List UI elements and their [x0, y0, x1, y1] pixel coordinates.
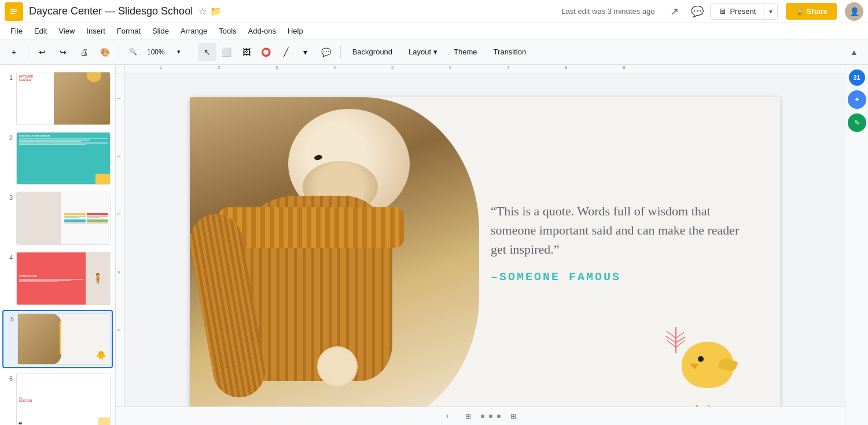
slide-panel: 1 DAYCARECENTER 2 CONTENTS OF THIS TEMPL… [0, 65, 116, 425]
divider-2 [119, 45, 119, 59]
image-btn[interactable]: 🖼 [237, 43, 256, 61]
doc-action-icons: ☆ 📁 [198, 6, 222, 17]
slide-item-3[interactable]: 3 [2, 189, 113, 247]
slide-item-5[interactable]: 5 🐥 [2, 310, 113, 368]
chick-eye [698, 356, 704, 362]
user-avatar[interactable]: 👤 [845, 2, 863, 21]
comment-btn[interactable]: 💬 [317, 43, 336, 61]
share-button[interactable]: 🔒 Share [786, 3, 837, 20]
folder-icon[interactable]: 📁 [210, 6, 222, 17]
menu-insert[interactable]: Insert [80, 24, 111, 38]
menu-slide[interactable]: Slide [146, 24, 175, 38]
line-btn[interactable]: ╱ [277, 43, 295, 61]
present-label: Present [730, 7, 756, 16]
slide-background: “This is a quote. Words full of wisdom t… [190, 97, 780, 425]
explore-icon[interactable]: ✦ [848, 90, 866, 109]
select-tool-btn[interactable]: ↖ [198, 43, 216, 61]
divider-1 [28, 45, 28, 59]
bottom-bar: + ⊞ ⊞ [116, 406, 845, 425]
comments-icon[interactable]: 💬 [688, 2, 707, 21]
slide-item-4[interactable]: 4 INTRODUCTION 🧍 [2, 250, 113, 307]
background-btn[interactable]: Background [345, 45, 399, 59]
dot-2 [489, 415, 492, 418]
chick-body [682, 342, 734, 388]
transition-btn[interactable]: Transition [487, 45, 534, 59]
star-icon[interactable]: ☆ [198, 6, 207, 17]
menu-help[interactable]: Help [282, 24, 309, 38]
menu-tools[interactable]: Tools [213, 24, 242, 38]
quote-text-area[interactable]: “This is a quote. Words full of wisdom t… [491, 201, 757, 284]
present-dropdown-btn[interactable]: ▾ [764, 4, 777, 19]
text-box-btn[interactable]: ⬜ [218, 43, 236, 61]
slide-num-1: 1 [5, 74, 13, 81]
menu-edit[interactable]: Edit [28, 24, 53, 38]
grid-view-btn[interactable]: ⊞ [460, 408, 476, 424]
edit-icon[interactable]: ✎ [848, 113, 866, 132]
line-dropdown-btn[interactable]: ▾ [296, 43, 315, 61]
slide-canvas[interactable]: “This is a quote. Words full of wisdom t… [190, 97, 780, 425]
add-slide-bottom-btn[interactable]: + [439, 408, 455, 424]
present-main-btn[interactable]: 🖥 Present [711, 3, 764, 19]
slide-thumb-1: DAYCARECENTER [16, 72, 111, 125]
zoom-out-btn[interactable]: 🔍 [124, 43, 142, 61]
add-slide-btn[interactable]: + [5, 43, 23, 61]
menu-addons[interactable]: Add-ons [242, 24, 282, 38]
menu-arrange[interactable]: Arrange [175, 24, 213, 38]
vertical-ruler: 1 2 3 4 5 [116, 74, 125, 425]
content-row: 1 2 3 4 5 [116, 74, 845, 425]
canvas-wrapper: 1 2 3 4 5 6 7 8 9 1 2 3 4 5 [116, 65, 845, 425]
dot-3 [497, 415, 501, 418]
theme-btn[interactable]: Theme [447, 45, 484, 59]
ruler-row: 1 2 3 4 5 6 7 8 9 [116, 65, 845, 74]
slide-item-1[interactable]: 1 DAYCARECENTER [2, 69, 113, 127]
last-edit-link[interactable]: Last edit was 3 minutes ago [561, 7, 654, 16]
slide-thumb-2: CONTENTS OF THIS TEMPLATE [16, 132, 111, 185]
svg-line-9 [676, 337, 685, 343]
horizontal-ruler: 1 2 3 4 5 6 7 8 9 [125, 65, 845, 74]
dot-1 [481, 415, 484, 418]
slide-num-2: 2 [5, 134, 13, 141]
shapes-btn[interactable]: ⭕ [257, 43, 275, 61]
paint-format-btn[interactable]: 🎨 [95, 43, 114, 61]
slide-num-3: 3 [5, 194, 13, 201]
quote-body: “This is a quote. Words full of wisdom t… [491, 201, 757, 259]
undo-btn[interactable]: ↩ [33, 43, 52, 61]
slide-item-2[interactable]: 2 CONTENTS OF THIS TEMPLATE [2, 130, 113, 188]
chick-beak [690, 364, 699, 369]
menu-view[interactable]: View [53, 24, 80, 38]
present-button-group[interactable]: 🖥 Present ▾ [710, 3, 778, 20]
slide-num-5: 5 [6, 316, 14, 323]
analytics-icon[interactable]: ↗ [665, 2, 683, 21]
toolbar-collapse-btn[interactable]: ▲ [845, 43, 863, 61]
monkey-body [213, 109, 456, 422]
quote-author: –SOMEONE FAMOUS [491, 270, 757, 284]
menu-format[interactable]: Format [111, 24, 146, 38]
print-btn[interactable]: 🖨 [75, 43, 93, 61]
redo-btn[interactable]: ↪ [54, 43, 72, 61]
slide-thumb-3 [16, 192, 111, 245]
right-sidebar: 31 ✦ ✎ [845, 65, 868, 425]
menu-file[interactable]: File [5, 24, 28, 38]
present-monitor-icon: 🖥 [719, 7, 726, 16]
svg-line-10 [676, 332, 684, 338]
app-icon[interactable] [5, 2, 23, 21]
slide-options-btn[interactable]: ⊞ [505, 408, 521, 424]
tool-group: ↖ ⬜ 🖼 ⭕ ╱ ▾ [198, 43, 315, 61]
slide-num-4: 4 [5, 254, 13, 261]
calendar-badge[interactable]: 31 [849, 69, 865, 86]
calendar-date: 31 [853, 74, 860, 81]
crochet-monkey-image[interactable] [190, 97, 479, 425]
canvas-scroll-area[interactable]: “This is a quote. Words full of wisdom t… [125, 74, 845, 425]
title-bar: Daycare Center — Slidesgo School ☆ 📁 Las… [0, 0, 868, 23]
slide-item-6[interactable]: 6 01. SECTION 📸 [2, 371, 113, 425]
layout-label: Layout [409, 47, 431, 56]
slide-thumb-6: 01. SECTION 📸 [16, 373, 111, 425]
divider-3 [193, 45, 193, 59]
svg-rect-3 [10, 13, 15, 14]
slide-thumb-5: 🐥 [17, 313, 109, 365]
svg-rect-2 [10, 11, 17, 12]
layout-btn[interactable]: Layout ▾ [402, 45, 444, 59]
zoom-level[interactable]: 100% [145, 43, 167, 61]
chick-wing [718, 356, 738, 373]
zoom-dropdown-btn[interactable]: ▾ [170, 43, 188, 61]
